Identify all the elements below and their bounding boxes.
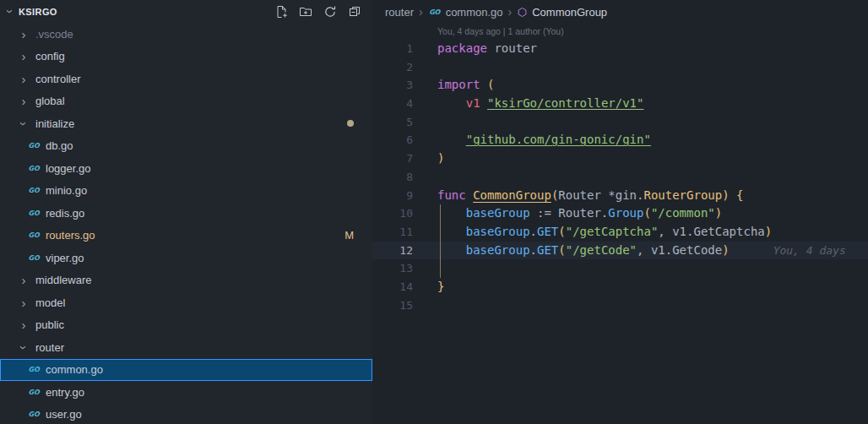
tree-item-.vscode[interactable]: ›.vscode xyxy=(0,23,372,46)
line-number: 13 xyxy=(372,259,413,278)
chevron-right-icon: › xyxy=(17,28,30,41)
refresh-button[interactable] xyxy=(321,3,339,21)
line-number: 9 xyxy=(372,187,413,205)
code-line-11[interactable]: 11 baseGroup.GET("/getCaptcha", v1.GetCa… xyxy=(372,223,868,242)
line-number: 1 xyxy=(372,40,413,58)
modified-contents-badge xyxy=(347,120,354,127)
tree-item-label: .vscode xyxy=(35,28,73,41)
code-line-14[interactable]: 14} xyxy=(372,278,868,296)
explorer-section-header[interactable]: › KSIRGO xyxy=(0,0,372,23)
line-number: 11 xyxy=(372,223,413,242)
code-line-3[interactable]: 3import ( xyxy=(372,76,868,95)
breadcrumb: router›GOcommon.go›CommonGroup xyxy=(372,0,868,24)
chevron-right-icon: › xyxy=(17,274,30,286)
tree-item-model[interactable]: ›model xyxy=(0,291,372,314)
code-line-2[interactable]: 2 xyxy=(372,58,868,77)
breadcrumb-separator: › xyxy=(418,5,424,19)
tree-item-routers.go[interactable]: GOrouters.goM xyxy=(0,225,372,247)
tree-item-label: redis.go xyxy=(46,207,84,220)
chevron-right-icon: › xyxy=(17,95,30,107)
chevron-right-icon: › xyxy=(17,73,30,85)
chevron-right-icon: › xyxy=(17,318,30,331)
code-area[interactable]: You, 4 days ago | 1 author (You) 1packag… xyxy=(372,24,868,424)
code-line-4[interactable]: 4 v1 "ksirGo/controller/v1" xyxy=(372,95,868,113)
tree-item-user.go[interactable]: GOuser.go xyxy=(0,404,372,424)
line-number: 14 xyxy=(372,278,413,296)
code-line-12[interactable]: 12 baseGroup.GET("/getCode", v1.GetCode)… xyxy=(372,242,868,260)
breadcrumb-item-common.go[interactable]: GOcommon.go xyxy=(428,6,503,19)
symbol-struct-icon xyxy=(517,7,528,18)
refresh-icon xyxy=(323,5,337,19)
tree-item-config[interactable]: ›config xyxy=(0,46,372,68)
tree-item-public[interactable]: ›public xyxy=(0,314,372,337)
tree-item-label: model xyxy=(35,296,65,309)
chevron-right-icon: › xyxy=(17,296,30,309)
line-number: 2 xyxy=(372,58,413,77)
tree-item-db.go[interactable]: GOdb.go xyxy=(0,135,372,158)
go-file-icon: GO xyxy=(27,142,41,149)
code-line-1[interactable]: 1package router xyxy=(372,40,868,58)
code-line-7[interactable]: 7) xyxy=(372,149,868,168)
breadcrumb-label: CommonGroup xyxy=(532,6,607,19)
tree-item-entry.go[interactable]: GOentry.go xyxy=(0,381,372,404)
go-file-icon: GO xyxy=(27,410,41,418)
chevron-down-icon: › xyxy=(18,117,30,130)
breadcrumb-item-router[interactable]: router xyxy=(385,6,414,19)
line-number: 12 xyxy=(372,242,413,260)
tree-item-label: viper.go xyxy=(46,252,84,264)
line-number: 6 xyxy=(372,131,413,149)
go-file-icon: GO xyxy=(27,165,41,172)
line-text: package router xyxy=(413,40,537,58)
code-line-8[interactable]: 8 xyxy=(372,168,868,187)
code-line-6[interactable]: 6 "github.com/gin-gonic/gin" xyxy=(372,131,868,149)
breadcrumb-item-CommonGroup[interactable]: CommonGroup xyxy=(517,6,607,19)
collapse-all-icon xyxy=(348,5,361,19)
tree-item-controller[interactable]: ›controller xyxy=(0,68,372,90)
code-line-13[interactable]: 13 xyxy=(372,259,868,278)
line-text: baseGroup.GET("/getCode", v1.GetCode) xyxy=(413,242,730,260)
tree-item-label: routers.go xyxy=(46,229,95,242)
line-text xyxy=(413,58,437,77)
code-line-10[interactable]: 10 baseGroup := Router.Group("/common") xyxy=(372,204,868,223)
line-text: v1 "ksirGo/controller/v1" xyxy=(413,95,643,113)
line-number: 15 xyxy=(372,296,413,315)
tree-item-global[interactable]: ›global xyxy=(0,90,372,113)
tree-item-minio.go[interactable]: GOminio.go xyxy=(0,180,372,203)
line-text: baseGroup.GET("/getCaptcha", v1.GetCaptc… xyxy=(413,223,772,242)
breadcrumb-label: common.go xyxy=(446,6,503,19)
tree-item-label: controller xyxy=(35,73,80,85)
tree-item-label: middleware xyxy=(35,274,91,286)
tree-item-viper.go[interactable]: GOviper.go xyxy=(0,247,372,269)
line-text: func CommonGroup(Router *gin.RouterGroup… xyxy=(413,187,744,205)
line-text xyxy=(413,259,437,278)
collapse-all-button[interactable] xyxy=(345,3,364,21)
tree-item-initialize[interactable]: ›initialize xyxy=(0,112,372,135)
code-line-9[interactable]: 9func CommonGroup(Router *gin.RouterGrou… xyxy=(372,187,868,205)
line-number: 5 xyxy=(372,113,413,132)
go-file-icon: GO xyxy=(27,254,41,262)
new-file-button[interactable] xyxy=(272,3,290,21)
blame-header: You, 4 days ago | 1 author (You) xyxy=(372,24,868,40)
code-line-15[interactable]: 15 xyxy=(372,296,868,315)
go-file-icon: GO xyxy=(428,8,442,16)
line-number: 7 xyxy=(372,149,413,168)
tree-item-common.go[interactable]: GOcommon.go xyxy=(0,359,372,382)
file-tree: ›.vscode›config›controller›global›initia… xyxy=(0,23,372,424)
explorer-sidebar: › KSIRGO xyxy=(0,0,372,424)
new-file-icon xyxy=(274,5,288,19)
tree-item-label: router xyxy=(35,341,64,354)
tree-item-label: common.go xyxy=(46,363,103,376)
tree-item-label: initialize xyxy=(35,117,74,130)
tree-item-router[interactable]: ›router xyxy=(0,336,372,359)
code-lines: 1package router23import (4 v1 "ksirGo/co… xyxy=(372,40,868,314)
inline-blame: You, 4 days xyxy=(730,242,846,260)
tree-item-redis.go[interactable]: GOredis.go xyxy=(0,202,372,225)
tree-item-label: config xyxy=(35,50,65,63)
code-line-5[interactable]: 5 xyxy=(372,113,868,132)
tree-item-logger.go[interactable]: GOlogger.go xyxy=(0,157,372,180)
new-folder-button[interactable] xyxy=(296,3,315,21)
explorer-actions xyxy=(272,3,364,21)
tree-item-middleware[interactable]: ›middleware xyxy=(0,269,372,292)
new-folder-icon xyxy=(299,5,312,19)
line-number: 3 xyxy=(372,76,413,95)
